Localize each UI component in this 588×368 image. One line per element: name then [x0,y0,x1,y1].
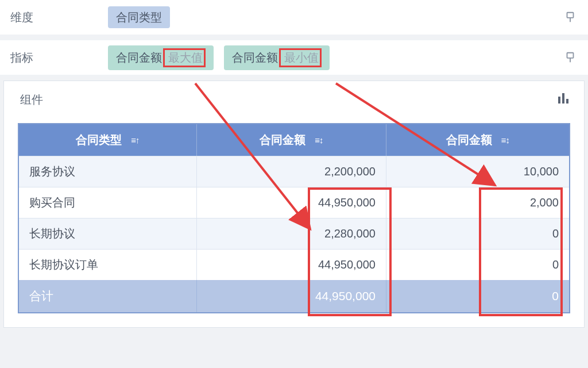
footer-max: 44,950,000 [197,280,386,312]
chip-agg: 最小值 [284,51,319,64]
pin-icon[interactable] [563,10,578,25]
table-body: 服务协议 2,200,000 10,000 购买合同 44,950,000 2,… [19,156,569,280]
cell-name: 服务协议 [19,156,197,187]
th-amount-min[interactable]: 合同金额 ≡↕ [386,124,569,156]
sort-icon: ≡↕ [501,135,509,145]
panel-header: 组件 [4,81,584,113]
panel-title: 组件 [20,92,43,108]
table-row[interactable]: 长期协议订单 44,950,000 0 [19,249,569,280]
cell-min: 0 [386,250,569,280]
th-label: 合同类型 [76,132,122,148]
chip-agg: 最大值 [168,51,203,64]
svg-rect-3 [562,93,564,103]
chip-text: 合同类型 [116,9,162,25]
chip-text: 合同金额 [232,49,278,66]
table-row[interactable]: 购买合同 44,950,000 2,000 [19,187,569,218]
cell-max: 2,200,000 [197,156,386,187]
cell-name: 购买合同 [19,187,197,218]
dimension-chips: 合同类型 [108,6,563,28]
footer-name: 合计 [19,280,197,312]
cell-max: 44,950,000 [197,187,386,218]
table-row[interactable]: 服务协议 2,200,000 10,000 [19,156,569,187]
svg-rect-4 [566,99,568,103]
metric-chip-min[interactable]: 合同金额最小值 [224,45,330,70]
cell-name: 长期协议订单 [19,250,197,280]
metric-row: 指标 合同金额最大值 合同金额最小值 [0,40,588,75]
sort-icon: ≡↑ [131,135,139,145]
sort-icon: ≡↕ [315,135,323,145]
table-footer: 合计 44,950,000 0 [19,280,569,312]
th-label: 合同金额 [446,132,492,148]
svg-rect-0 [567,13,574,18]
footer-min: 0 [386,280,569,312]
pin-icon[interactable] [563,50,578,65]
th-amount-max[interactable]: 合同金额 ≡↕ [197,124,386,156]
dimension-label: 维度 [10,10,108,25]
cell-max: 44,950,000 [197,250,386,280]
chip-text: 合同金额 [116,49,162,66]
cell-min: 2,000 [386,187,569,218]
cell-min: 10,000 [386,156,569,187]
table-header: 合同类型 ≡↑ 合同金额 ≡↕ 合同金额 ≡↕ [19,124,569,156]
data-table: 合同类型 ≡↑ 合同金额 ≡↕ 合同金额 ≡↕ 服务协议 2,200,000 1… [18,123,570,313]
metric-label: 指标 [10,50,108,66]
cell-name: 长期协议 [19,218,197,249]
dimension-row: 维度 合同类型 [0,0,588,34]
cell-min: 0 [386,218,569,249]
svg-rect-2 [558,97,560,103]
metric-chip-max[interactable]: 合同金额最大值 [108,45,214,70]
th-contract-type[interactable]: 合同类型 ≡↑ [19,124,197,156]
widget-panel: 组件 合同类型 ≡↑ 合同金额 ≡↕ 合同金额 ≡↕ 服务协议 2,200,00… [3,80,585,328]
table-row[interactable]: 长期协议 2,280,000 0 [19,218,569,249]
metric-chips: 合同金额最大值 合同金额最小值 [108,45,563,70]
cell-max: 2,280,000 [197,218,386,249]
th-label: 合同金额 [260,132,305,148]
svg-rect-1 [567,53,574,58]
dimension-chip-contract-type[interactable]: 合同类型 [108,6,170,28]
chart-type-icon[interactable] [556,91,570,108]
